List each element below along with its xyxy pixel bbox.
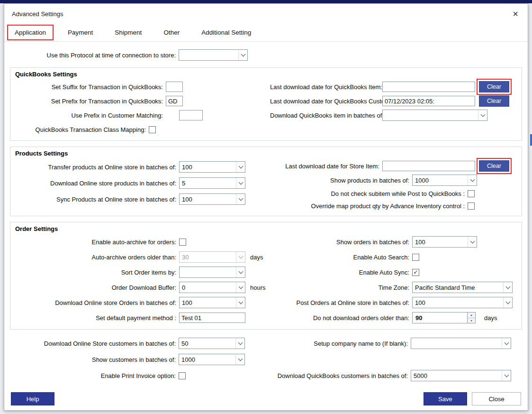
protocol-row: Use this Protocol at time of connection …	[10, 49, 522, 61]
tab-payment[interactable]: Payment	[60, 25, 100, 40]
class-mapping-label: QuickBooks Transaction Class Mapping:	[14, 126, 149, 133]
chevron-down-icon	[235, 354, 244, 365]
auto-archive-checkbox[interactable]	[179, 239, 186, 246]
download-orders-label: Download Online store Orders in batches …	[14, 299, 179, 306]
override-qty-label: Override map product qty by Advance Inve…	[270, 202, 468, 210]
download-store-customers-label: Download Online Store customers in batch…	[10, 340, 179, 347]
last-store-item-input[interactable]	[382, 161, 475, 171]
download-store-customers-select[interactable]: 50	[179, 338, 245, 349]
not-older-stepper[interactable]: 90 ▲ ▼	[412, 312, 476, 323]
row-class-mapping: QuickBooks Transaction Class Mapping:	[14, 122, 270, 137]
use-prefix-input[interactable]	[179, 110, 203, 120]
row-print-invoice: Enable Print Invoice option:	[10, 368, 266, 384]
print-invoice-checkbox[interactable]	[179, 372, 186, 379]
download-qb-customers-select[interactable]: 5000	[411, 370, 511, 381]
protocol-value	[179, 50, 238, 60]
not-older-suffix: days	[484, 314, 497, 322]
subitem-checkbox[interactable]	[468, 190, 475, 197]
tab-application[interactable]: Application	[7, 25, 54, 40]
close-button[interactable]: Close	[472, 392, 521, 405]
show-products-label: Show products in batches of:	[270, 177, 412, 184]
post-orders-value: 100	[413, 297, 503, 308]
archive-older-select[interactable]: 30	[179, 251, 245, 263]
company-name-label: Setup company name to (If blank):	[266, 340, 411, 347]
use-prefix-label: Use Prefix in Customer Matching:	[14, 112, 166, 119]
row-download-store-customers: Download Online Store customers in batch…	[10, 335, 266, 351]
transfer-products-select[interactable]: 100	[179, 161, 245, 173]
chevron-down-icon	[236, 194, 245, 204]
auto-sync-label: Enable Auto Sync:	[270, 269, 412, 276]
download-orders-select[interactable]: 100	[179, 297, 245, 308]
last-item-label: Last download date for QuickBooks Item:	[270, 83, 382, 91]
row-override-qty: Override map product qty by Advance Inve…	[270, 200, 518, 212]
transfer-products-label: Transfer products at Online store in bat…	[14, 164, 179, 171]
last-customers-input[interactable]: 07/12/2023 02:05:	[382, 96, 475, 106]
show-products-select[interactable]: 1000	[412, 175, 477, 186]
row-download-qb-customers: Download QuickBooks customers in batches…	[266, 368, 522, 384]
payment-method-value: Test 01	[181, 314, 201, 322]
payment-method-label: Set default payment method :	[14, 314, 179, 322]
spinner-down-icon[interactable]: ▼	[468, 318, 475, 323]
chevron-down-icon	[502, 370, 511, 381]
prefix-value: GD	[168, 98, 178, 105]
show-customers-value: 1000	[179, 354, 235, 365]
tab-other[interactable]: Other	[156, 25, 187, 40]
last-customers-label: Last download date for QuickBooks Custom…	[270, 98, 382, 105]
archive-older-value: 30	[180, 252, 236, 262]
protocol-label: Use this Protocol at time of connection …	[10, 52, 179, 59]
row-archive-older: Auto-archive orders older than: 30 days	[14, 249, 270, 265]
time-zone-label: Time Zone:	[270, 284, 412, 291]
clear-button-store-item[interactable]: Clear	[479, 160, 509, 172]
show-orders-select[interactable]: 100	[412, 236, 477, 248]
row-time-zone: Time Zone: Pacific Standard Time	[270, 280, 518, 295]
clear-button-quickbooks-item[interactable]: Clear	[479, 81, 509, 92]
prefix-input[interactable]: GD	[166, 96, 183, 106]
spinner-up-icon[interactable]: ▲	[468, 313, 475, 318]
chevron-down-icon	[503, 297, 512, 308]
help-button[interactable]: Help	[11, 392, 54, 405]
background-window-sliver	[530, 134, 532, 146]
row-company-name: Setup company name to (If blank):	[266, 335, 522, 351]
tab-shipment[interactable]: Shipment	[107, 25, 149, 40]
row-post-orders: Post Orders at Online store in batches o…	[270, 295, 518, 310]
group-title-quickbooks: QuickBooks Settings	[15, 71, 518, 78]
last-item-input[interactable]	[382, 82, 475, 92]
group-quickbooks-settings: QuickBooks Settings Set Suffix for Trans…	[10, 67, 522, 141]
protocol-select[interactable]	[179, 49, 248, 61]
sync-products-select[interactable]: 100	[179, 193, 245, 205]
row-show-customers: Show customers in batches of: 1000	[10, 351, 266, 368]
row-subitem: Do not check subitem while Post to Quick…	[270, 187, 518, 200]
sort-items-value	[180, 267, 236, 277]
row-sync-products: Sync Products at Online store in batches…	[14, 191, 270, 207]
archive-older-label: Auto-archive orders older than:	[14, 254, 179, 261]
download-products-select[interactable]: 5	[179, 177, 245, 189]
suffix-label: Set Suffix for Transaction in QuickBooks…	[14, 83, 166, 91]
save-button[interactable]: Save	[424, 392, 467, 405]
time-zone-select[interactable]: Pacific Standard Time	[412, 282, 513, 293]
auto-sync-checkbox[interactable]: ✓	[412, 269, 419, 276]
post-orders-select[interactable]: 100	[412, 297, 513, 308]
chevron-down-icon	[235, 338, 244, 349]
row-payment-method: Set default payment method : Test 01	[14, 310, 270, 325]
tab-additional-setting[interactable]: Additional Setting	[194, 25, 259, 40]
clear-button-quickbooks-customers[interactable]: Clear	[479, 95, 509, 107]
close-icon[interactable]: ×	[511, 9, 520, 18]
item-batches-select[interactable]	[382, 110, 487, 121]
row-download-orders: Download Online store Orders in batches …	[14, 295, 270, 310]
sync-products-value: 100	[180, 194, 236, 204]
company-name-select[interactable]	[411, 338, 511, 349]
tab-bar: Application Payment Shipment Other Addit…	[4, 24, 528, 42]
payment-method-input[interactable]: Test 01	[179, 313, 245, 323]
sort-items-select[interactable]	[179, 267, 245, 278]
show-customers-select[interactable]: 1000	[179, 354, 245, 365]
subitem-label: Do not check subitem while Post to Quick…	[270, 190, 468, 197]
auto-search-checkbox[interactable]	[412, 254, 419, 261]
download-buffer-select[interactable]: 0	[179, 282, 245, 293]
download-qb-customers-label: Download QuickBooks customers in batches…	[266, 372, 411, 379]
row-auto-search: Enable Auto Search:	[270, 249, 518, 265]
row-suffix: Set Suffix for Transaction in QuickBooks…	[14, 80, 270, 94]
suffix-input[interactable]	[166, 82, 183, 92]
class-mapping-checkbox[interactable]	[149, 126, 156, 133]
override-qty-checkbox[interactable]	[468, 202, 475, 210]
dialog-footer: Help Save Close	[11, 392, 521, 405]
